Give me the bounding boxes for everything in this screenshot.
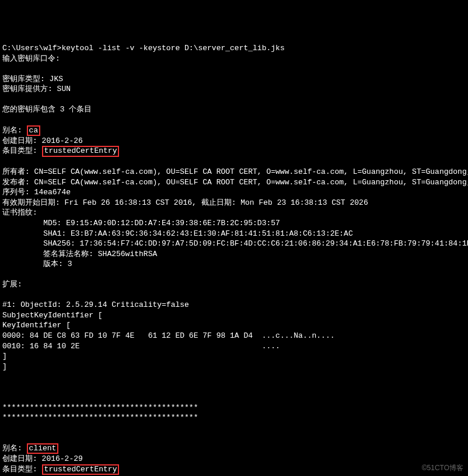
highlight-entry-type-2: trustedCertEntry [42, 464, 120, 475]
entry-count: 您的密钥库包含 3 个条目 [2, 105, 92, 114]
created-line-2: 创建日期: 2016-2-29 [2, 454, 83, 463]
md5-line: MD5: E9:15:A9:0D:12:DD:A7:E4:39:38:6E:7B… [2, 219, 280, 228]
owner-1: 所有者: CN=SELF CA(www.self-ca.com), OU=SEL… [2, 167, 468, 176]
hex-row-1: 0010: 16 84 10 2E .... [2, 342, 280, 351]
entry-type-line-2: 条目类型: trustedCertEntry [2, 465, 119, 474]
hex-row-0: 0000: 84 DE C8 63 FD 10 7F 4E 61 12 ED 6… [2, 331, 335, 340]
bracket-close-1: ] [2, 352, 7, 360]
command-line: C:\Users\wlf>keytool -list -v -keystore … [2, 44, 285, 52]
highlight-entry-type-1: trustedCertEntry [42, 146, 120, 156]
version-line: 版本: 3 [2, 260, 72, 268]
serial-1: 序列号: 14ea674e [2, 188, 71, 197]
entry-type-line-1: 条目类型: trustedCertEntry [2, 146, 119, 155]
keystore-type-line: 密钥库类型: JKS [2, 75, 63, 83]
password-prompt: 输入密钥库口令: [2, 54, 60, 63]
separator-2: ****************************************… [2, 413, 198, 422]
watermark: ©51CTO博客 [422, 463, 463, 473]
sha1-line: SHA1: E3:B7:AA:63:9C:36:34:62:43:E1:30:A… [2, 229, 353, 238]
fingerprint-label: 证书指纹: [2, 208, 37, 217]
alias-line-2: 别名: client [2, 444, 58, 453]
ext-keyid: KeyIdentifier [ [2, 321, 71, 330]
issuer-1: 发布者: CN=SELF CA(www.self-ca.com), OU=SEL… [2, 178, 468, 187]
ext-objectid: #1: ObjectId: 2.5.29.14 Criticality=fals… [2, 300, 189, 309]
ext-ski: SubjectKeyIdentifier [ [2, 311, 103, 320]
alias-line-1: 别名: ca [2, 126, 40, 135]
bracket-close-2: ] [2, 362, 7, 371]
sigalg-line: 签名算法名称: SHA256withRSA [2, 250, 157, 258]
keystore-provider-line: 密钥库提供方: SUN [2, 85, 71, 93]
sha256-line: SHA256: 17:36:54:F7:4C:DD:97:A7:5D:09:FC… [2, 239, 468, 248]
validity-1: 有效期开始日期: Fri Feb 26 16:38:13 CST 2016, 截… [2, 198, 368, 207]
highlight-alias-client: client [27, 443, 59, 454]
highlight-alias-ca: ca [27, 125, 41, 136]
created-line-1: 创建日期: 2016-2-26 [2, 136, 83, 145]
extensions-label: 扩展: [2, 280, 22, 289]
separator-1: ****************************************… [2, 403, 198, 412]
